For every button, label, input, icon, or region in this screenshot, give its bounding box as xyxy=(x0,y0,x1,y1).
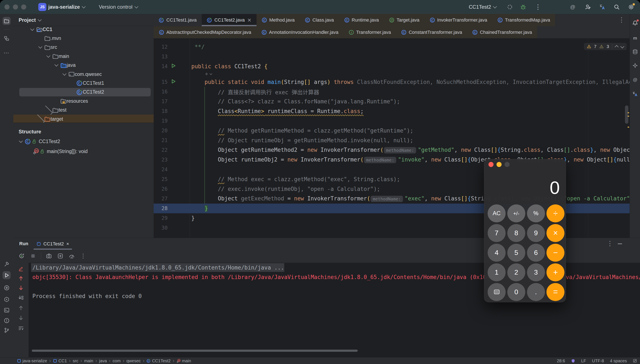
calculator-window[interactable]: 0 AC+/-%÷789×456−123+0.= xyxy=(484,159,566,302)
breadcrumb-item-main[interactable]: mmain xyxy=(176,358,191,363)
next-occurrence-icon[interactable] xyxy=(17,284,25,292)
caret-position[interactable]: 28:6 xyxy=(557,358,565,363)
tree-item-com.qwesec[interactable]: com.qwesec xyxy=(13,70,154,79)
edit-indicator-icon[interactable] xyxy=(633,359,637,363)
clear-console-icon[interactable] xyxy=(17,265,25,273)
mcp-tool-button[interactable]: @ xyxy=(631,76,639,84)
calc-key-1[interactable]: 1 xyxy=(488,264,506,281)
breadcrumb-item-java-serialize[interactable]: java-serialize xyxy=(17,358,47,363)
tree-chevron-icon[interactable] xyxy=(18,141,24,142)
tab-ConstantTransformer.java[interactable]: CConstantTransformer.java xyxy=(396,26,467,38)
tree-item-src[interactable]: src xyxy=(13,43,154,52)
console-horizontal-scrollbar[interactable] xyxy=(32,350,358,352)
calc-key-÷[interactable]: ÷ xyxy=(546,204,564,222)
project-menu[interactable]: java-serialize xyxy=(48,0,85,14)
indent-setting[interactable]: 4 spaces xyxy=(610,358,627,363)
soft-wrap-icon[interactable] xyxy=(17,324,25,332)
warning-stripe-mark[interactable] xyxy=(627,126,629,128)
zoom-button[interactable] xyxy=(21,4,26,10)
calc-key-keypad[interactable] xyxy=(488,283,506,301)
tree-item-CC1Test1[interactable]: CCC1Test1 xyxy=(13,79,154,88)
calc-key-6[interactable]: 6 xyxy=(527,244,545,262)
tree-item-main[interactable]: main xyxy=(13,52,154,61)
calc-key-=[interactable]: = xyxy=(546,283,564,301)
run-tool-button[interactable] xyxy=(3,271,11,279)
calc-key-7[interactable]: 7 xyxy=(488,224,506,242)
tab-Runtime.java[interactable]: CRuntime.java xyxy=(339,14,384,26)
breadcrumb-item-java[interactable]: java xyxy=(99,358,107,363)
translate-icon[interactable]: A xyxy=(599,4,606,10)
tree-chevron-icon[interactable] xyxy=(61,74,68,75)
breadcrumb-item-CC1Test2[interactable]: CCC1Test2 xyxy=(146,358,171,363)
services-tool-button[interactable] xyxy=(3,295,11,303)
tree-item-CC1[interactable]: CC1 xyxy=(13,25,154,34)
more-tool-windows-button[interactable]: ⋯ xyxy=(3,49,11,57)
editor-scrollbar[interactable] xyxy=(625,106,628,124)
breadcrumb-item-CC1[interactable]: CC1 xyxy=(53,358,67,363)
next-problem-icon[interactable] xyxy=(620,44,624,48)
code-line-14[interactable]: 14public class CC1Test2 { xyxy=(154,62,630,71)
calc-key-3[interactable]: 3 xyxy=(527,264,545,281)
code-line-15[interactable]: 15 public static void main(String[] args… xyxy=(154,77,630,87)
thread-dump-button[interactable] xyxy=(45,252,53,260)
version-control-menu[interactable]: Version control xyxy=(99,0,138,14)
structure-panel-header[interactable]: Structure xyxy=(19,126,41,138)
breadcrumb-item-com[interactable]: com xyxy=(113,358,121,363)
warning-stripe-mark[interactable] xyxy=(627,112,629,113)
tree-chevron-icon[interactable] xyxy=(45,105,51,115)
code-line-12[interactable]: 12 **/ xyxy=(154,42,630,52)
tree-chevron-icon[interactable] xyxy=(37,46,43,48)
tree-item-resources[interactable]: resources xyxy=(13,96,154,106)
code-line-20[interactable]: 20 // Method getRuntimeMethod = clazz.ge… xyxy=(154,126,630,136)
translation-tool-button[interactable]: A xyxy=(631,90,639,98)
more-options-icon[interactable]: ⋮ xyxy=(80,252,87,260)
run-line-icon[interactable] xyxy=(171,63,176,70)
tree-chevron-icon[interactable] xyxy=(53,64,60,66)
run-line-icon[interactable] xyxy=(171,79,176,85)
git-tool-button[interactable] xyxy=(3,326,11,334)
code-with-me-icon[interactable] xyxy=(584,4,591,10)
close-button[interactable] xyxy=(5,4,10,10)
calc-key-0[interactable]: 0 xyxy=(507,283,525,301)
calc-key-AC[interactable]: AC xyxy=(488,204,506,222)
run-panel-options-icon[interactable]: ⋮ xyxy=(606,240,613,247)
tree-item-target[interactable]: target xyxy=(13,114,154,122)
calc-key-5[interactable]: 5 xyxy=(507,244,525,262)
rerun-button[interactable] xyxy=(18,252,25,260)
file-encoding[interactable]: UTF-8 xyxy=(592,358,604,363)
project-tool-button[interactable] xyxy=(3,17,11,25)
code-line-22[interactable]: 22 Object getRuntimeMethod2 = new Invoke… xyxy=(154,145,630,155)
problems-tool-button[interactable] xyxy=(3,316,11,324)
warning-stripe-mark[interactable] xyxy=(627,116,629,117)
tab-Transformer.java[interactable]: ITransformer.java xyxy=(343,26,396,38)
tab-ChainedTransformer.java[interactable]: CChainedTransformer.java xyxy=(467,26,537,38)
tab-Target.java[interactable]: @Target.java xyxy=(384,14,424,26)
tree-item-test[interactable]: test xyxy=(13,106,154,114)
terminal-tool-button[interactable] xyxy=(3,306,11,314)
calc-key-4[interactable]: 4 xyxy=(488,244,506,262)
line-separator[interactable]: LF xyxy=(581,358,586,363)
run-tab[interactable]: CC1Test2 × xyxy=(32,238,73,250)
tree-chevron-icon[interactable] xyxy=(29,29,35,30)
calc-close-button[interactable] xyxy=(489,162,494,167)
profiler-button[interactable] xyxy=(68,252,75,260)
inspections-widget[interactable]: 7 3 xyxy=(584,43,627,50)
calc-key-−[interactable]: − xyxy=(546,244,564,262)
calc-key-+/-[interactable]: +/- xyxy=(507,204,525,222)
minimize-button[interactable] xyxy=(13,4,18,10)
database-tool-button[interactable] xyxy=(631,48,639,56)
code-line-17[interactable]: 17 // Class<?> clazz = Class.forName("ja… xyxy=(154,96,630,106)
breadcrumb-item-src[interactable]: src xyxy=(73,358,78,363)
calc-key-.[interactable]: . xyxy=(527,283,545,301)
structure-tool-button[interactable] xyxy=(3,34,11,42)
calc-key-9[interactable]: 9 xyxy=(527,224,545,242)
code-line-13[interactable]: 13 xyxy=(154,52,630,62)
tab-AbstractInputCheckedMapDecorator.java[interactable]: CAbstractInputCheckedMapDecorator.java xyxy=(154,26,256,38)
build-tool-button[interactable] xyxy=(3,260,11,268)
debug-icon[interactable] xyxy=(520,4,527,10)
structure-item[interactable]: mmain(String[]): void xyxy=(13,147,154,156)
ai-assistant-tool-button[interactable] xyxy=(631,62,639,70)
code-line-21[interactable]: 21 // Object runtimeObj = getRuntimeMeth… xyxy=(154,136,630,145)
down-stack-icon[interactable] xyxy=(17,314,25,322)
run-spinner-icon[interactable] xyxy=(506,4,513,10)
